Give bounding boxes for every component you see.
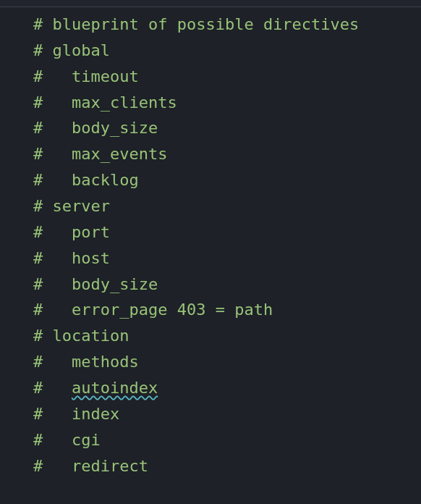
code-line[interactable]: # port: [33, 219, 421, 245]
code-line[interactable]: # max_events: [33, 141, 421, 167]
comment-text: # backlog: [33, 171, 139, 189]
comment-text: # global: [33, 41, 110, 59]
code-line[interactable]: # global: [33, 38, 421, 64]
code-line[interactable]: # max_clients: [33, 90, 421, 116]
comment-text: # location: [33, 327, 129, 345]
code-line[interactable]: # location: [33, 323, 421, 349]
code-line[interactable]: # blueprint of possible directives: [33, 12, 421, 38]
code-line[interactable]: # autoindex: [33, 375, 421, 401]
comment-text: # body_size: [33, 275, 158, 293]
code-line[interactable]: # timeout: [33, 64, 421, 90]
code-line[interactable]: # cgi: [33, 427, 421, 453]
comment-text: # index: [33, 405, 119, 423]
code-line[interactable]: # error_page 403 = path: [33, 297, 421, 323]
comment-text: # port: [33, 223, 110, 241]
comment-text: # max_clients: [33, 93, 177, 112]
code-line[interactable]: # body_size: [33, 272, 421, 298]
code-line[interactable]: # backlog: [33, 167, 421, 193]
code-line[interactable]: # index: [33, 401, 421, 427]
code-line[interactable]: # redirect: [33, 453, 421, 479]
comment-text-linted: autoindex: [72, 379, 158, 397]
code-line[interactable]: # body_size: [33, 115, 421, 141]
comment-text: # server: [33, 197, 110, 215]
line-number-gutter: [0, 7, 25, 504]
comment-text: # host: [33, 249, 110, 267]
editor-area: # blueprint of possible directives# glob…: [0, 7, 421, 504]
code-line[interactable]: # server: [33, 193, 421, 219]
code-line[interactable]: # methods: [33, 349, 421, 375]
comment-text: # blueprint of possible directives: [33, 15, 359, 33]
comment-text: # body_size: [33, 119, 158, 137]
comment-text: # cgi: [33, 431, 101, 449]
comment-text: # methods: [33, 353, 139, 371]
comment-text: # redirect: [33, 457, 148, 475]
comment-text: #: [33, 379, 72, 397]
title-bar: [0, 0, 421, 7]
comment-text: # error_page 403 = path: [33, 301, 273, 319]
code-line[interactable]: # host: [33, 245, 421, 272]
comment-text: # timeout: [33, 67, 139, 85]
code-content[interactable]: # blueprint of possible directives# glob…: [25, 7, 421, 504]
comment-text: # max_events: [33, 145, 167, 163]
